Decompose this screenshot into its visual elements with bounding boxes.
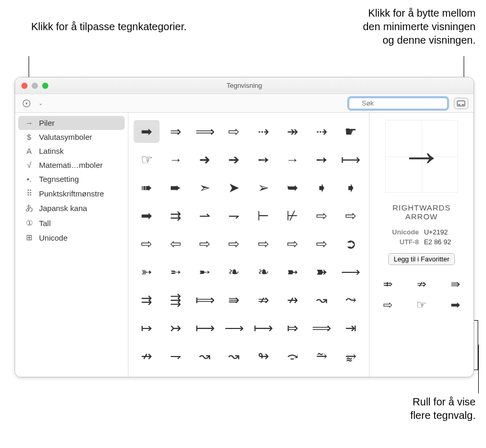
- character-cell[interactable]: ⇢: [192, 373, 218, 377]
- character-cell[interactable]: ⇻: [163, 373, 189, 377]
- sidebar-item-punctuation[interactable]: •.Tegnsetting: [15, 172, 128, 186]
- character-cell[interactable]: ⇨: [192, 232, 218, 255]
- font-variants[interactable]: ⤃⇏⇛⇨☞➡: [375, 278, 468, 312]
- character-cell[interactable]: ⟹: [192, 120, 218, 143]
- character-cell[interactable]: ⇨: [280, 232, 306, 255]
- character-cell[interactable]: ↠: [134, 373, 160, 377]
- sidebar-item-unicode[interactable]: ⊞Unicode: [15, 230, 128, 245]
- character-cell[interactable]: ⟼: [192, 317, 218, 339]
- customize-categories-button[interactable]: [20, 98, 33, 109]
- character-cell[interactable]: ⊢: [251, 204, 277, 227]
- character-cell[interactable]: ➡: [134, 120, 160, 143]
- character-cell[interactable]: ⤖: [251, 373, 277, 377]
- minimize-button[interactable]: [32, 83, 38, 89]
- search-input[interactable]: [349, 98, 448, 109]
- maximize-button[interactable]: [42, 83, 48, 89]
- character-cell[interactable]: ↬: [251, 345, 277, 367]
- character-cell[interactable]: ➙: [309, 148, 335, 171]
- character-cell[interactable]: ➸: [192, 260, 218, 283]
- character-cell[interactable]: ⇨: [221, 232, 247, 255]
- character-cell[interactable]: ⇶: [163, 288, 189, 311]
- character-cell[interactable]: ⇨: [309, 204, 335, 227]
- character-cell[interactable]: ➼: [280, 260, 306, 283]
- category-sidebar[interactable]: →Piler$ValutasymbolerALatinsk√Matemati…m…: [15, 113, 128, 377]
- character-cell[interactable]: ⇏: [251, 288, 277, 311]
- add-to-favorites-button[interactable]: Legg til i Favoritter: [388, 253, 455, 265]
- sidebar-item-math[interactable]: √Matemati…mboler: [15, 158, 128, 172]
- close-button[interactable]: [21, 83, 28, 89]
- character-cell[interactable]: ⇉: [134, 288, 160, 311]
- character-cell[interactable]: ↝: [192, 345, 218, 367]
- variant-cell[interactable]: ⇏: [409, 278, 435, 291]
- character-cell[interactable]: ↝: [309, 288, 335, 311]
- character-cell[interactable]: ↛: [134, 345, 160, 367]
- character-cell[interactable]: ➜: [192, 148, 218, 171]
- character-cell[interactable]: ❧: [221, 260, 247, 283]
- character-cell[interactable]: ⇀: [192, 204, 218, 227]
- character-cell[interactable]: ↝: [221, 345, 247, 367]
- character-cell[interactable]: ➢: [251, 176, 277, 199]
- variant-cell[interactable]: ⤃: [375, 278, 401, 291]
- character-cell[interactable]: ⟼: [251, 317, 277, 339]
- character-cell[interactable]: ⇨: [221, 120, 247, 143]
- character-cell[interactable]: ⇛: [221, 288, 247, 311]
- character-cell[interactable]: ⟼: [338, 148, 364, 171]
- character-cell[interactable]: →: [280, 148, 306, 171]
- character-cell[interactable]: ➙: [251, 148, 277, 171]
- character-cell[interactable]: ➲: [338, 232, 364, 255]
- character-cell[interactable]: ⟶: [338, 260, 364, 283]
- character-cell[interactable]: ⇉: [163, 204, 189, 227]
- sidebar-item-kana[interactable]: あJapansk kana: [15, 201, 128, 216]
- character-cell[interactable]: ➔: [221, 148, 247, 171]
- chevron-down-icon[interactable]: ⌄: [36, 98, 45, 109]
- character-cell[interactable]: ⟹: [309, 317, 335, 339]
- character-cell[interactable]: ⇨: [309, 232, 335, 255]
- sidebar-item-latin[interactable]: ALatinsk: [15, 144, 128, 158]
- sidebar-item-numbers[interactable]: ①Tall: [15, 216, 128, 230]
- character-cell[interactable]: ☞: [134, 148, 160, 171]
- character-cell[interactable]: ➥: [280, 176, 306, 199]
- character-cell[interactable]: ⥲: [309, 345, 335, 367]
- character-cell[interactable]: ⇨: [134, 232, 160, 255]
- character-cell[interactable]: ➤: [221, 176, 247, 199]
- character-cell[interactable]: ⇢: [309, 120, 335, 143]
- sidebar-item-arrows[interactable]: →Piler: [18, 116, 125, 130]
- character-cell[interactable]: ⤳: [338, 288, 364, 311]
- character-cell[interactable]: ⤇: [280, 317, 306, 339]
- sidebar-item-currency[interactable]: $Valutasymboler: [15, 130, 128, 144]
- variant-cell[interactable]: ☞: [409, 298, 435, 312]
- character-cell[interactable]: ➡: [134, 204, 160, 227]
- character-cell[interactable]: ⇢: [221, 373, 247, 377]
- variant-cell[interactable]: ⇛: [442, 278, 468, 291]
- character-cell[interactable]: ⤞: [309, 373, 335, 377]
- character-cell[interactable]: ➵: [163, 260, 189, 283]
- character-cell[interactable]: ⇁: [221, 204, 247, 227]
- character-cell[interactable]: ➣: [192, 176, 218, 199]
- character-cell[interactable]: ➠: [134, 176, 160, 199]
- variant-cell[interactable]: ➡: [442, 298, 468, 312]
- character-grid-pane[interactable]: ➡⇒⟹⇨⇢↠⇢☛☞→➜➔➙→➙⟼➠➨➣➤➢➥➧➧➡⇉⇀⇁⊢⊬⇨⇨⇨⇦⇨⇨⇨⇨⇨➲…: [128, 113, 370, 377]
- sidebar-item-braille[interactable]: ⠿Punktskriftmønstre: [15, 186, 128, 201]
- character-cell[interactable]: ⇨: [338, 204, 364, 227]
- character-cell[interactable]: ⇢: [280, 373, 306, 377]
- character-cell[interactable]: ⟶: [221, 317, 247, 339]
- character-cell[interactable]: ⤼: [280, 345, 306, 367]
- character-cell[interactable]: ⇢: [251, 120, 277, 143]
- character-cell[interactable]: ⤠: [338, 373, 364, 377]
- character-cell[interactable]: ⇥: [338, 317, 364, 339]
- character-cell[interactable]: ➧: [338, 176, 364, 199]
- character-cell[interactable]: ❧: [251, 260, 277, 283]
- toggle-view-button[interactable]: [454, 98, 468, 109]
- character-cell[interactable]: ➧: [309, 176, 335, 199]
- character-cell[interactable]: ➳: [134, 260, 160, 283]
- character-cell[interactable]: ⟾: [192, 288, 218, 311]
- character-cell[interactable]: ☛: [338, 120, 364, 143]
- character-cell[interactable]: ⇨: [251, 232, 277, 255]
- character-cell[interactable]: ⇁: [163, 345, 189, 367]
- character-cell[interactable]: →: [163, 148, 189, 171]
- character-cell[interactable]: ⥵: [338, 345, 364, 367]
- character-cell[interactable]: ↛: [280, 288, 306, 311]
- character-cell[interactable]: ⊬: [280, 204, 306, 227]
- character-cell[interactable]: ⇦: [163, 232, 189, 255]
- character-cell[interactable]: ↦: [134, 317, 160, 339]
